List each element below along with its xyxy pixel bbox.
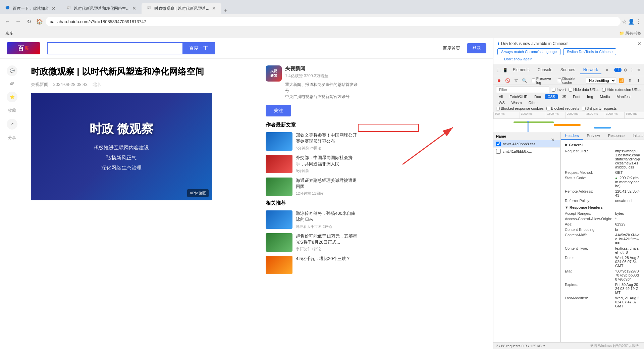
tab-elements[interactable]: Elements	[509, 66, 533, 74]
device-icon[interactable]: 📱	[503, 67, 508, 73]
inspect-icon[interactable]: ⬚	[496, 67, 501, 73]
filter-media[interactable]: Media	[597, 94, 612, 99]
menu-icon[interactable]: ⋮	[636, 18, 641, 25]
tab-more[interactable]: »	[603, 66, 612, 74]
baidu-search-input[interactable]	[47, 42, 182, 54]
preserve-log-label[interactable]: Preserve log	[532, 77, 556, 85]
tick-3000: 3000 ms	[605, 112, 625, 118]
settings-icon[interactable]: ⚙	[623, 67, 628, 73]
bookmark-jingdong[interactable]: 京东	[3, 30, 16, 37]
latest-article-2[interactable]: 外交部：中国愿同国际社会携手，共同造福非洲人民 9分钟前	[266, 155, 360, 173]
clear-icon[interactable]: 🚫	[504, 77, 511, 84]
rec-meta-1: 坤坤看大千世界 2评论	[296, 224, 360, 229]
filter-doc[interactable]: Doc	[532, 94, 544, 99]
blocked-requests-label[interactable]: Blocked requests	[546, 106, 579, 110]
filter-other[interactable]: Other	[526, 100, 541, 105]
recommended-article-1[interactable]: 游泳传奇健将，孙杨400米自由泳的归来 坤坤看大千世界 2评论	[266, 210, 360, 229]
recommended-article-2[interactable]: 起售价可能低于10万元，五菱星光S将于8月28日正式... 宇轩说车 1评论	[266, 233, 360, 252]
request-checkbox-2[interactable]	[496, 149, 501, 154]
latest-article-1[interactable]: 郑钦文等将参赛！中国网球公开赛参赛球员阵容公布 5分钟前 29回读	[266, 132, 360, 151]
browser-tab-2[interactable]: 📰 以时代新风塑造和净化网络空... ✕	[61, 3, 142, 14]
back-button[interactable]: ←	[3, 17, 12, 26]
browser-tab-3[interactable]: 📰 时政微观察 | 以时代新风塑造... ✕	[142, 3, 221, 14]
expires-value: Fri, 30 Aug 2024 08:49:19 GMT	[615, 283, 640, 295]
tab-network[interactable]: Network	[580, 66, 601, 74]
star-icon[interactable]: ⭐	[7, 92, 17, 102]
wifi-icon[interactable]: 📶	[618, 77, 625, 84]
resp-tab-preview[interactable]: Preview	[583, 132, 604, 140]
hide-data-urls-label[interactable]: Hide data URLs	[569, 88, 599, 92]
tab-close-1[interactable]: ✕	[52, 6, 56, 11]
baidu-home-link[interactable]: 百度首页	[443, 45, 460, 51]
hide-data-urls-checkbox[interactable]	[569, 88, 572, 92]
preserve-log-checkbox[interactable]	[532, 79, 535, 82]
export-icon[interactable]: ⬇	[635, 77, 641, 84]
search-icon[interactable]: 🔍	[521, 77, 528, 84]
baidu-login-button[interactable]: 登录	[467, 43, 486, 53]
filter-img[interactable]: Img	[584, 94, 596, 99]
tick-1000: 1000 ms	[520, 112, 546, 118]
request-row-1[interactable]: news.41a9bbb8.css	[493, 140, 560, 148]
tab-sources[interactable]: Sources	[557, 66, 579, 74]
invert-checkbox[interactable]	[552, 88, 555, 92]
hide-ext-urls-checkbox[interactable]	[602, 88, 606, 92]
resp-tab-headers[interactable]: Headers	[561, 132, 583, 140]
record-icon[interactable]: ⏺	[496, 77, 502, 84]
throttle-select[interactable]: No throttling	[586, 78, 616, 84]
latest-article-3[interactable]: 海通证券副总经理姜诚君被遭返回国 12分钟前 11回读	[266, 178, 360, 196]
home-button[interactable]: 🏠	[35, 17, 44, 26]
response-headers-section-title[interactable]: ▼ Response Headers	[565, 205, 640, 209]
resp-tab-initiator[interactable]: Initiator	[629, 132, 644, 140]
reload-button[interactable]: ↻	[24, 17, 34, 26]
match-language-button[interactable]: Always match Chrome's language	[497, 48, 560, 55]
filter-manifest[interactable]: Manifest	[614, 94, 633, 99]
tab-close-2[interactable]: ✕	[132, 6, 136, 11]
filter-ws[interactable]: WS	[496, 100, 507, 105]
profile-icon[interactable]: 👤	[628, 18, 635, 25]
resp-tab-response[interactable]: Response	[604, 132, 629, 140]
third-party-label[interactable]: 3rd-party requests	[582, 106, 616, 110]
forward-button[interactable]: →	[13, 17, 23, 26]
follow-button[interactable]: 关注	[266, 105, 291, 116]
disable-cache-label[interactable]: Disable cache	[558, 77, 584, 85]
baidu-search-button[interactable]: 百度一下	[182, 42, 215, 54]
hide-ext-urls-label[interactable]: Hide extension URLs	[602, 88, 641, 92]
filter-xhr[interactable]: Fetch/XHR	[507, 94, 530, 99]
filter-js[interactable]: JS	[559, 94, 569, 99]
comment-icon[interactable]: 💬	[7, 65, 17, 76]
request-row-2[interactable]: cmt.41a9bbb8.c...	[493, 148, 560, 155]
browser-tab-1[interactable]: 🔵 百度一下，你就知道 ✕	[0, 3, 61, 14]
disable-cache-checkbox[interactable]	[558, 79, 561, 82]
notification-close-button[interactable]: ✕	[637, 41, 641, 46]
tab-close-3[interactable]: ✕	[212, 6, 216, 11]
blocked-cookies-checkbox[interactable]	[496, 107, 500, 110]
etag-value: "00ff9c192973707d9b bb80d87e6d9b"	[615, 269, 640, 281]
blocked-cookies-label[interactable]: Blocked response cookies	[496, 106, 544, 110]
switch-devtools-button[interactable]: Switch DevTools to Chinese	[563, 48, 616, 55]
invert-label[interactable]: Invert	[552, 88, 566, 92]
address-bar[interactable]	[46, 17, 621, 26]
request-checkbox-1[interactable]	[496, 142, 501, 146]
timeline-bar-2	[554, 124, 581, 126]
recommended-article-3[interactable]: 4.5亿千瓦，堪比20个三峡？	[266, 256, 360, 274]
overflow-icon[interactable]: ⋮	[629, 67, 635, 73]
filter-all[interactable]: All	[496, 94, 505, 99]
all-bookmarks-icon[interactable]: 📁 所有书签	[619, 31, 641, 36]
share-icon[interactable]: ↗	[7, 119, 17, 130]
filter-input[interactable]	[496, 86, 549, 93]
close-request-panel-button[interactable]: ✕	[551, 137, 555, 143]
filter-icon[interactable]: ▽	[513, 77, 519, 84]
close-devtools-icon[interactable]: ✕	[636, 67, 641, 73]
add-tab-button[interactable]: +	[221, 7, 230, 14]
filter-css[interactable]: CSS	[545, 94, 558, 99]
latest-article-meta-3: 12分钟前 11回读	[296, 191, 360, 196]
blocked-requests-checkbox[interactable]	[546, 107, 550, 110]
filter-font[interactable]: Font	[570, 94, 583, 99]
third-party-checkbox[interactable]	[582, 107, 586, 110]
general-section-title[interactable]: ▶ General	[565, 143, 640, 147]
bookmark-star-icon[interactable]: ☆	[622, 18, 627, 25]
filter-wasm[interactable]: Wasm	[509, 100, 525, 105]
tab-console[interactable]: Console	[534, 66, 556, 74]
import-icon[interactable]: ⬆	[627, 77, 633, 84]
dont-show-again-link[interactable]: Don't show again	[497, 57, 640, 61]
